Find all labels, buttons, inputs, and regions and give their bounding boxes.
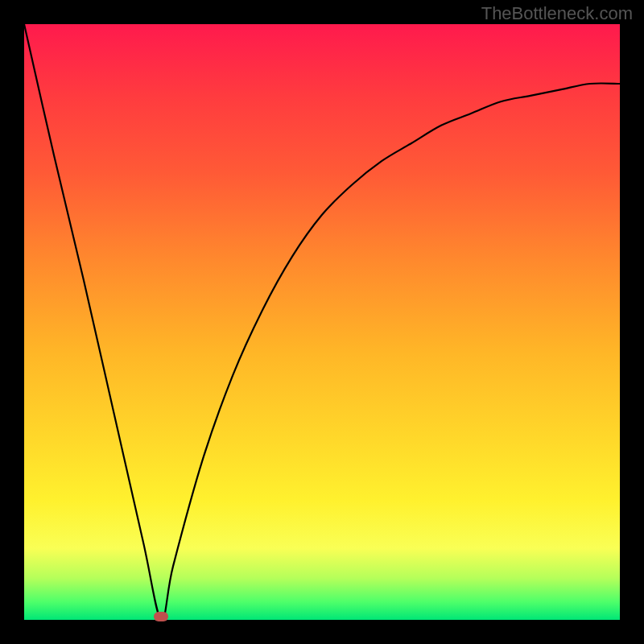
plot-area: [24, 24, 620, 620]
chart-frame: TheBottleneck.com: [0, 0, 644, 644]
watermark-text: TheBottleneck.com: [481, 3, 633, 24]
bottleneck-curve-path: [24, 24, 620, 620]
curve-svg: [24, 24, 620, 620]
minimum-marker: [154, 612, 168, 621]
